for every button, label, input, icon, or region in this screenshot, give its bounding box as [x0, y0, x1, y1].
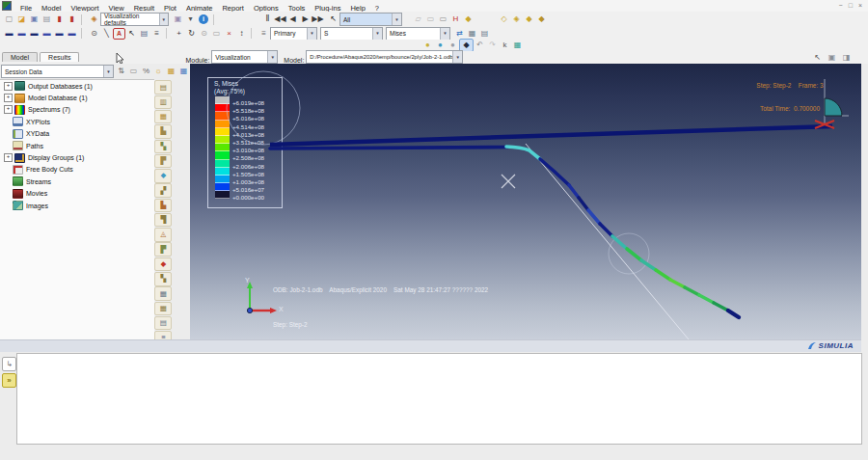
toolbox-icon-10[interactable]: ▜: [154, 213, 172, 228]
odb-tube-icon-1[interactable]: ▮: [53, 14, 66, 25]
tree-item-paths[interactable]: Paths: [0, 140, 154, 151]
message-area[interactable]: [16, 353, 862, 445]
toolbox-icon-7[interactable]: ◆: [154, 169, 172, 183]
hidden-line-cube-icon[interactable]: ◈: [510, 14, 523, 25]
tree-frame-icon[interactable]: ▭: [127, 66, 140, 77]
play-icon[interactable]: ▶: [299, 14, 312, 25]
toolbox-icon-11[interactable]: ◬: [154, 228, 172, 242]
annotate-icon[interactable]: A: [113, 28, 125, 40]
pause-icon[interactable]: Ⅱ: [261, 14, 274, 25]
filter-grid2-icon[interactable]: ▦: [177, 66, 190, 77]
viewport-canvas[interactable]: S, Mises (Avg: 75%) +6.019e+08+5.518e+08…: [190, 64, 861, 339]
tab-model[interactable]: Model: [2, 52, 38, 62]
toolbox-icon-15[interactable]: ▦: [154, 286, 172, 301]
tree-item-movies[interactable]: Movies: [0, 188, 154, 200]
viz-options-icon[interactable]: ◈: [88, 14, 100, 25]
redo-icon[interactable]: ↷: [486, 40, 499, 51]
selection-filter-combo[interactable]: All ▼: [339, 13, 402, 26]
toolbox-icon-12[interactable]: ▛: [154, 242, 172, 257]
plot-deformed-icon[interactable]: ▬: [15, 28, 28, 40]
info-icon[interactable]: i: [199, 14, 208, 24]
undo-icon[interactable]: ↶: [474, 40, 486, 51]
expander-icon[interactable]: +: [4, 82, 13, 91]
gem-icon[interactable]: ◆: [462, 14, 475, 25]
print-icon[interactable]: ▤: [41, 14, 53, 25]
tree-item-xyplot[interactable]: XYPlots: [0, 116, 154, 127]
field-position-combo[interactable]: Primary ▼: [270, 27, 317, 41]
pointer-icon[interactable]: ↖: [125, 28, 138, 40]
sync-views-icon[interactable]: ▭: [424, 14, 437, 25]
bulb-icon[interactable]: ☼: [152, 66, 165, 77]
probe-icon[interactable]: H: [449, 14, 462, 25]
toolbox-icon-14[interactable]: ▚: [154, 272, 172, 286]
toolbox-icon-5[interactable]: ▚: [154, 140, 172, 154]
toolbox-icon-2[interactable]: ▥: [154, 95, 172, 110]
cli-icon[interactable]: »: [2, 373, 16, 388]
pick-cursor-icon[interactable]: ↖: [327, 14, 339, 25]
tree-item-streams[interactable]: Streams: [0, 176, 154, 187]
toolbox-icon-13[interactable]: ◆: [154, 257, 172, 272]
tree-spin-icon[interactable]: ⇅: [115, 66, 127, 77]
step-selector-icon[interactable]: ▤: [478, 28, 491, 40]
module-combo[interactable]: Visualization ▼: [211, 50, 278, 64]
viewport-restore-icon[interactable]: ◨: [840, 52, 853, 64]
toolbox-icon-1[interactable]: ▤: [154, 80, 172, 95]
field-variable-combo[interactable]: S ▼: [320, 27, 383, 41]
filled-cube-icon[interactable]: ◆: [535, 14, 548, 25]
tree-item-mdb[interactable]: +Model Database (1): [0, 92, 154, 103]
tree-item-spectrum[interactable]: +Spectrums (7): [0, 104, 154, 116]
prev-frame-icon[interactable]: ◀: [286, 14, 299, 25]
plot-overlay-icon[interactable]: ▬: [66, 28, 78, 40]
new-file-icon[interactable]: ▢: [3, 14, 15, 25]
viewport-pointer-icon[interactable]: ↖: [811, 52, 824, 64]
maximize-button[interactable]: □: [849, 1, 853, 11]
pan-view-icon[interactable]: +: [173, 28, 185, 40]
tab-results[interactable]: Results: [40, 52, 79, 62]
plot-undeformed-icon[interactable]: ▬: [3, 28, 15, 40]
tree-percent-icon[interactable]: %: [140, 66, 152, 77]
render-menu-arrow-icon[interactable]: ▾: [184, 14, 197, 25]
expander-icon[interactable]: +: [4, 153, 13, 162]
link-viewports-icon[interactable]: ▱: [412, 14, 424, 25]
plot-contour-icon[interactable]: ▬: [28, 28, 41, 40]
first-frame-icon[interactable]: ◀◀: [274, 14, 286, 25]
message-area-icon[interactable]: ↳: [2, 357, 16, 371]
list-icon[interactable]: ≡: [150, 28, 163, 40]
wireframe-cube-icon[interactable]: ◇: [498, 14, 510, 25]
toolbox-icon-6[interactable]: ▛: [154, 154, 172, 169]
render-menu-cube-icon[interactable]: ▣: [172, 14, 184, 25]
tree-item-xydata[interactable]: XYData: [0, 128, 154, 140]
filter-grid-icon[interactable]: ▦: [165, 66, 177, 77]
viz-defaults-combo[interactable]: Visualization defaults ▼: [100, 13, 169, 26]
toolbox-icon-4[interactable]: ▙: [154, 124, 172, 139]
toolbox-icon-9[interactable]: ▙: [154, 199, 172, 213]
toolbox-icon-17[interactable]: ▤: [154, 316, 172, 331]
auto-fit-icon[interactable]: ↕: [235, 28, 248, 40]
session-data-combo[interactable]: Session Data ▼: [1, 65, 114, 78]
tree-item-images[interactable]: Images: [0, 200, 154, 211]
frame-selector-icon[interactable]: ▦: [466, 28, 478, 40]
toolbox-icon-8[interactable]: ▞: [154, 183, 172, 198]
tree-item-free-body-cuts[interactable]: Free Body Cuts: [0, 164, 154, 176]
views-film-icon[interactable]: ▤: [138, 28, 150, 40]
box-zoom-icon[interactable]: ▭: [210, 28, 223, 40]
sync-frames-icon[interactable]: ⇄: [453, 28, 466, 40]
rotate-view-icon[interactable]: ↻: [185, 28, 198, 40]
fit-view-icon[interactable]: ×: [223, 28, 235, 40]
expander-icon[interactable]: +: [4, 94, 13, 102]
field-output-icon[interactable]: ≡: [258, 28, 270, 40]
odb-tube-icon-2[interactable]: ▮: [66, 14, 78, 25]
minimize-button[interactable]: −: [839, 1, 843, 11]
save-icon[interactable]: ▣: [28, 14, 41, 25]
query-icon[interactable]: ⊙: [88, 28, 100, 40]
path-line-icon[interactable]: ╲: [100, 28, 113, 40]
tree-item-odb[interactable]: +Output Databases (1): [0, 80, 154, 92]
close-button[interactable]: ×: [858, 1, 862, 11]
shaded-cube-icon[interactable]: ◆: [523, 14, 535, 25]
expander-icon[interactable]: +: [4, 105, 13, 114]
result-table-icon[interactable]: ▦: [511, 40, 524, 51]
toolbox-icon-16[interactable]: ▦: [154, 302, 172, 316]
magnify-view-icon[interactable]: ⊙: [198, 28, 210, 40]
open-folder-icon[interactable]: ◪: [15, 14, 28, 25]
model-combo[interactable]: D:/Procedure/Abaqus2020/temp/bounce/2ply…: [306, 50, 463, 64]
